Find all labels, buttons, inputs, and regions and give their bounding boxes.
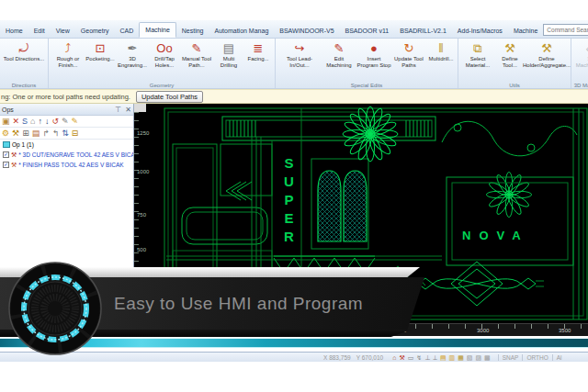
tab-cad[interactable]: CAD	[115, 24, 140, 38]
machining-3d-button[interactable]: ◈ 3D Machining...	[573, 40, 588, 69]
grid-icon[interactable]: ⊞	[22, 129, 29, 139]
tree-item-op1[interactable]: Op 1 (1)	[0, 140, 133, 150]
group-label-3d-machining: 3D Machining	[571, 83, 588, 88]
plane-icon[interactable]: ▭	[408, 353, 414, 362]
settings-icon[interactable]: ⚙	[2, 129, 9, 139]
edit-icon[interactable]: ✎	[62, 117, 69, 127]
define-holder-aggregate-icon: ⚒	[541, 41, 552, 56]
define-holder-aggregate-button[interactable]: ⚒ Define Holder/Aggregate...	[525, 40, 569, 69]
drill-tap-holes-button[interactable]: Oo Drill/Tap Holes...	[150, 40, 179, 69]
rough-or-finish-icon: ⤴	[65, 41, 72, 56]
define-tool-icon: ⚒	[504, 41, 515, 56]
hatch-icon[interactable]: ▧	[467, 353, 473, 362]
edit-machining-button[interactable]: ✎ Edit Machining	[322, 40, 356, 69]
tab-machine-2[interactable]: Machine	[508, 24, 543, 38]
tree-item-3d-cut-engrave[interactable]: ✓ ⚒ * 3D CUT/ENGRAVE TOOL 42 AES V BICAK	[0, 150, 133, 160]
update-tool-paths-button[interactable]: ↻ Update Tool Paths	[391, 40, 426, 69]
multi-drilling-button[interactable]: ▤ Multi Drilling	[214, 40, 243, 69]
flower-ornament-large	[343, 106, 398, 162]
tab-bsadoor[interactable]: BSADOOR v11	[340, 24, 395, 38]
x-coordinate: X 883,759	[323, 354, 351, 361]
ribbon-group-3d-machining: ◈ 3D Machining... 3D Machining	[571, 39, 588, 88]
v-ruler-label: 500	[137, 247, 146, 252]
tab-bsawindoor[interactable]: BSAWINDOOR-V5	[274, 24, 339, 38]
select-material-button[interactable]: ⧉ Select Material...	[460, 40, 495, 69]
tab-geometry[interactable]: Geometry	[75, 24, 115, 38]
define-tool-button[interactable]: ⚒ Define Tool...	[495, 40, 525, 69]
post-alt-icon[interactable]: ↰	[52, 129, 60, 139]
hatch-alt-icon[interactable]: ▨	[475, 353, 481, 362]
multidrill-button[interactable]: ⫴ Multidrill...	[426, 40, 456, 62]
toolpath-warning-bar: ng: One or more tool paths need updating…	[0, 89, 588, 104]
tab-automation-manager[interactable]: Automation Manag	[209, 24, 275, 38]
pocketing-button[interactable]: ⊡ Pocketing...	[85, 40, 115, 62]
select-material-label: Select Material...	[460, 56, 495, 69]
all-toggle[interactable]: Al	[552, 354, 566, 361]
fill-icon[interactable]: ▩	[484, 353, 491, 362]
speaker-knob-graphic	[7, 261, 103, 356]
command-search-input[interactable]	[543, 24, 588, 36]
group-label-geometry: Geometry	[49, 83, 275, 88]
tool-lead-in-out-button[interactable]: ↪ Tool Lead-In/Out...	[277, 40, 322, 69]
report-icon[interactable]: ▤	[32, 129, 40, 139]
simulate-icon[interactable]: S	[22, 117, 28, 127]
move-up-icon[interactable]: ↑	[39, 117, 43, 127]
multidrill-label: Multidrill...	[428, 56, 453, 62]
edit-yellow-icon[interactable]: ✎	[72, 117, 79, 127]
tab-bsadrill[interactable]: BSADRILL-V2.1	[394, 24, 452, 38]
layer-icon[interactable]: ▤	[440, 353, 447, 362]
ribbon-tab-bar: Home Edit View Geometry CAD Machine Nest…	[0, 20, 588, 39]
tab-machine[interactable]: Machine	[139, 22, 175, 38]
tab-addins-macros[interactable]: Add-Ins/Macros	[452, 24, 508, 38]
engraving-3d-label: 3D Engraving...	[115, 56, 150, 69]
open-icon[interactable]: ▣	[2, 117, 10, 127]
edit-machining-label: Edit Machining	[322, 56, 356, 69]
sort-icon[interactable]: ⇅	[62, 129, 69, 139]
engraving-3d-button[interactable]: ✒ 3D Engraving...	[115, 40, 150, 69]
update-tool-paths-warning-button[interactable]: Update Tool Paths	[136, 91, 203, 103]
export-icon[interactable]: ⊟	[72, 129, 79, 139]
flower-ornament-right	[486, 172, 531, 217]
group-label-utils: Utils	[458, 83, 571, 88]
machining-3d-label: 3D Machining...	[573, 56, 588, 69]
post-icon[interactable]: ↱	[42, 129, 50, 139]
tab-home[interactable]: Home	[0, 24, 28, 38]
move-down-icon[interactable]: ↓	[45, 117, 50, 127]
pocketing-icon: ⊡	[96, 41, 106, 56]
group-label-special-edits: Special Edits	[276, 83, 458, 88]
celtic-knot	[410, 262, 544, 306]
regenerate-icon[interactable]: ↺	[52, 117, 60, 127]
tab-view[interactable]: View	[51, 24, 75, 38]
y-coordinate: Y 670,010	[356, 354, 384, 361]
close-icon[interactable]: ✕	[125, 106, 131, 114]
delete-icon[interactable]: ✕	[13, 117, 20, 127]
cursor-coordinates: X 883,759 Y 670,010	[323, 354, 383, 361]
facing-label: Facing...	[247, 56, 268, 62]
pin-icon[interactable]: ⊤	[115, 106, 121, 114]
tab-edit[interactable]: Edit	[28, 24, 51, 38]
snap-toggle[interactable]: SNAP	[498, 354, 523, 361]
tool-directions-button[interactable]: ⤾ Tool Directions...	[2, 40, 46, 62]
tools-icon[interactable]: ⚒	[399, 353, 404, 362]
toolpath-checkbox[interactable]: ✓	[3, 162, 9, 168]
perpendicular-icon[interactable]: ⊥	[424, 353, 430, 362]
insert-program-stop-button[interactable]: ● Insert Program Stop	[356, 40, 391, 69]
home-icon[interactable]: ⌂	[30, 117, 35, 127]
facing-button[interactable]: ≣ Facing...	[243, 40, 273, 62]
manual-tool-path-button[interactable]: ✎ Manual Tool Path...	[179, 40, 214, 69]
insert-program-stop-label: Insert Program Stop	[356, 56, 391, 69]
home-view-icon[interactable]: ⌂	[392, 353, 396, 362]
multi-drilling-icon: ▤	[223, 41, 234, 56]
tab-nesting[interactable]: Nesting	[176, 24, 209, 38]
layer-alt-icon[interactable]: ▥	[449, 353, 456, 362]
pocketing-label: Pocketing...	[85, 56, 114, 62]
ortho-toggle[interactable]: ORTHO	[522, 354, 551, 361]
scroll-ornament	[442, 121, 577, 156]
parallel-icon[interactable]: ⟂	[433, 353, 437, 362]
tree-item-finish-pass[interactable]: ✓ ⚒ * FINISH PASS TOOL 42 AES V BICAK	[0, 160, 133, 170]
lock-icon[interactable]: ⚒	[12, 129, 19, 139]
toolpath-checkbox[interactable]: ✓	[3, 151, 9, 158]
grid-snap-icon[interactable]: ▦	[458, 353, 464, 362]
rough-or-finish-button[interactable]: ⤴ Rough or Finish...	[51, 40, 85, 69]
dynamic-icon[interactable]: ↯	[416, 353, 422, 362]
